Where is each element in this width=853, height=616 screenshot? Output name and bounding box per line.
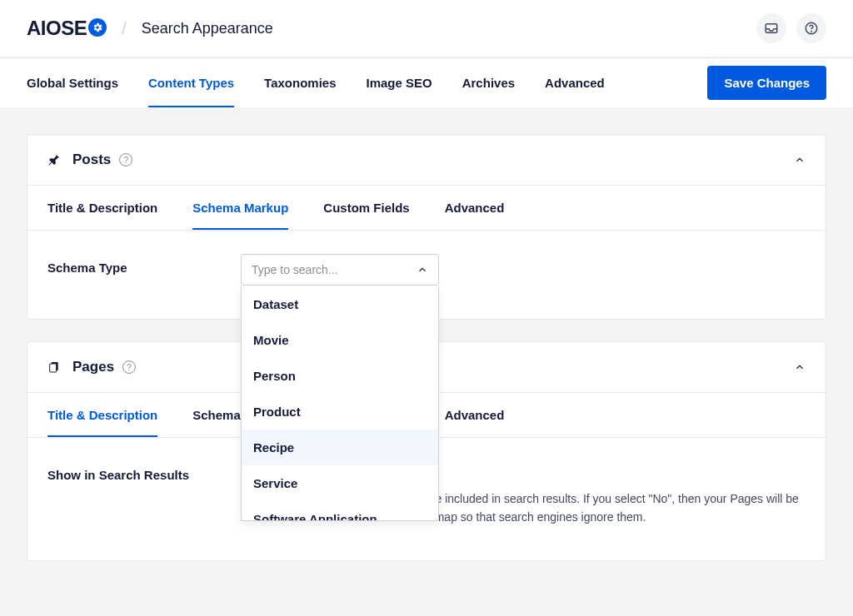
posts-card: Posts ? Title & Description Schema Marku…: [27, 134, 826, 320]
option-software-application[interactable]: Software Application: [242, 501, 438, 521]
app-header: AIOSE / Search Appearance: [0, 0, 853, 57]
svg-rect-4: [50, 364, 57, 372]
svg-point-2: [811, 31, 812, 32]
tab-content-types[interactable]: Content Types: [148, 59, 234, 107]
subtab-advanced[interactable]: Advanced: [445, 186, 505, 230]
help-button[interactable]: [796, 13, 826, 43]
logo[interactable]: AIOSE: [27, 17, 107, 40]
posts-title: Posts: [72, 152, 111, 168]
tab-taxonomies[interactable]: Taxonomies: [264, 59, 336, 107]
option-service[interactable]: Service: [242, 465, 438, 501]
inbox-button[interactable]: [756, 13, 786, 43]
option-recipe[interactable]: Recipe: [242, 430, 438, 465]
pin-icon: [47, 153, 61, 166]
page-title: Search Appearance: [142, 20, 273, 37]
schema-search-input[interactable]: [252, 263, 417, 276]
help-icon[interactable]: ?: [119, 153, 132, 166]
help-icon: [804, 21, 819, 36]
copy-icon: [47, 360, 61, 374]
chevron-up-icon: [794, 361, 806, 373]
subtab-title-description[interactable]: Title & Description: [47, 186, 157, 230]
subtab-custom-fields[interactable]: Custom Fields: [323, 186, 409, 230]
posts-card-body: Schema Type Dataset Movie Person Product…: [27, 230, 826, 319]
help-icon[interactable]: ?: [122, 360, 136, 374]
pages-title: Pages: [72, 359, 114, 375]
subtab-advanced[interactable]: Advanced: [445, 393, 505, 437]
option-movie[interactable]: Movie: [242, 322, 438, 358]
schema-type-select[interactable]: [241, 254, 439, 286]
posts-card-header[interactable]: Posts ?: [27, 135, 826, 185]
tab-global-settings[interactable]: Global Settings: [27, 59, 118, 107]
inbox-icon: [764, 21, 779, 36]
tab-advanced[interactable]: Advanced: [545, 59, 605, 107]
subtab-schema-markup[interactable]: Schema Markup: [192, 186, 288, 230]
save-button[interactable]: Save Changes: [707, 66, 826, 100]
main-tabbar: Global Settings Content Types Taxonomies…: [0, 57, 853, 107]
option-dataset[interactable]: Dataset: [242, 286, 438, 322]
schema-dropdown: Dataset Movie Person Product Recipe Serv…: [241, 286, 439, 521]
schema-type-label: Schema Type: [47, 254, 241, 275]
schema-type-row: Schema Type Dataset Movie Person Product…: [47, 254, 806, 286]
subtab-title-description[interactable]: Title & Description: [47, 393, 157, 437]
logo-text: AIOSE: [27, 17, 87, 40]
divider: /: [122, 19, 127, 38]
content: Posts ? Title & Description Schema Marku…: [0, 107, 853, 609]
show-in-search-label: Show in Search Results: [47, 461, 241, 482]
schema-type-field: Dataset Movie Person Product Recipe Serv…: [241, 254, 806, 286]
option-product[interactable]: Product: [242, 394, 438, 430]
option-person[interactable]: Person: [242, 358, 438, 394]
header-actions: [756, 13, 826, 43]
tab-image-seo[interactable]: Image SEO: [367, 59, 432, 107]
gear-icon: [88, 18, 107, 37]
chevron-up-icon: [794, 154, 806, 166]
tab-archives[interactable]: Archives: [462, 59, 515, 107]
posts-subtabs: Title & Description Schema Markup Custom…: [27, 185, 826, 230]
chevron-up-icon: [417, 264, 428, 276]
